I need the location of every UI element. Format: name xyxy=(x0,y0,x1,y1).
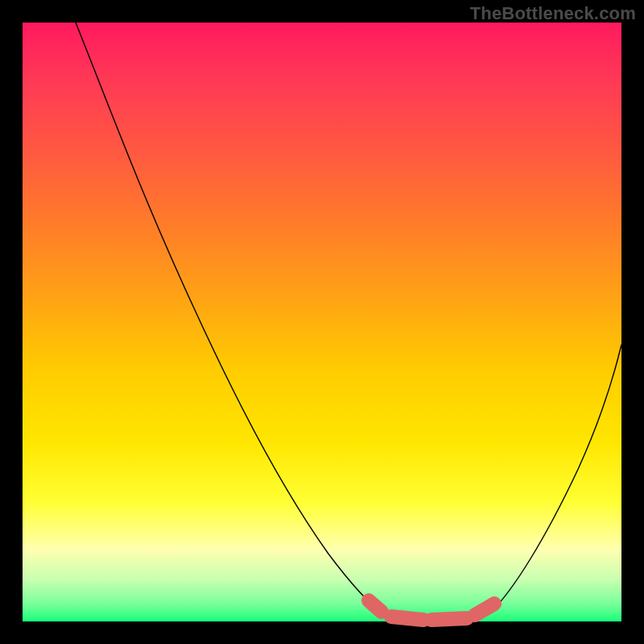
valley-seg-3 xyxy=(431,618,467,620)
valley-highlight-group xyxy=(369,601,494,620)
valley-seg-1 xyxy=(369,601,382,612)
watermark-text: TheBottleneck.com xyxy=(470,3,636,24)
valley-seg-4 xyxy=(475,604,494,615)
chart-frame: TheBottleneck.com xyxy=(0,0,644,644)
plot-area xyxy=(23,23,621,621)
curve-left-branch xyxy=(76,23,383,613)
valley-seg-2 xyxy=(391,617,423,620)
bottleneck-curve xyxy=(23,23,621,621)
curve-right-branch xyxy=(491,345,621,612)
